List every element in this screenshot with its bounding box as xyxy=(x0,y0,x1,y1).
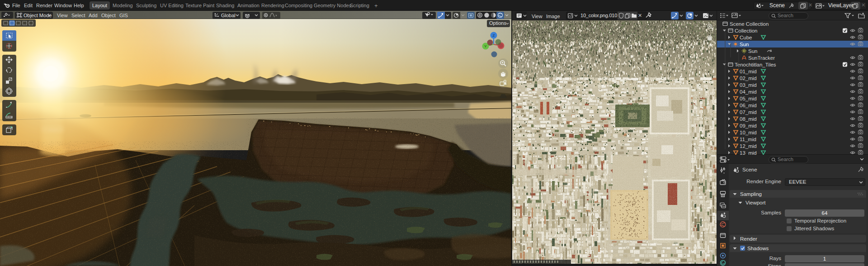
svg-text:06_mid: 06_mid xyxy=(740,103,757,108)
svg-text:Sun: Sun xyxy=(748,48,757,54)
svg-text:Scene Collection: Scene Collection xyxy=(730,21,769,27)
svg-text:05_mid: 05_mid xyxy=(740,96,757,101)
svg-text:Tenochtitlan_Tiles: Tenochtitlan_Tiles xyxy=(735,62,776,67)
svg-text:Y: Y xyxy=(484,44,487,48)
svg-text:03_mid: 03_mid xyxy=(740,82,757,88)
svg-text:SunTracker: SunTracker xyxy=(748,55,775,61)
svg-text:07_mid: 07_mid xyxy=(740,109,757,115)
svg-text:Collection: Collection xyxy=(735,28,758,33)
svg-text:10_mid: 10_mid xyxy=(740,130,757,135)
svg-text:Sun: Sun xyxy=(740,42,749,47)
svg-text:02_mid: 02_mid xyxy=(740,76,757,81)
svg-text:01_mid: 01_mid xyxy=(740,69,757,74)
svg-text:Z: Z xyxy=(493,33,495,38)
svg-text:08_mid: 08_mid xyxy=(740,116,757,122)
svg-text:04_mid: 04_mid xyxy=(740,89,757,95)
svg-text:09_mid: 09_mid xyxy=(740,123,757,128)
svg-text:11_mid: 11_mid xyxy=(740,137,756,142)
svg-text:Cube: Cube xyxy=(740,35,752,40)
svg-text:12_mid: 12_mid xyxy=(740,143,757,149)
svg-text:13_mid: 13_mid xyxy=(740,150,757,155)
